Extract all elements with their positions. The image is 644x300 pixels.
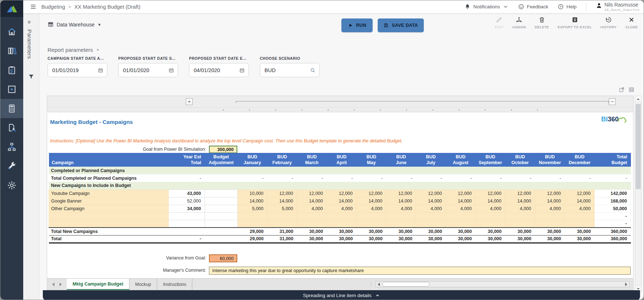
sidebar-item-budgeting[interactable] [0,99,23,118]
cell[interactable]: 12,000 [446,189,476,197]
cell[interactable]: 14,000 [505,197,535,205]
sidebar-item-process-flow[interactable] [0,137,23,157]
cell[interactable] [505,212,535,220]
cell[interactable]: 14,000 [357,197,386,205]
cell[interactable]: 14,000 [535,197,565,205]
cell[interactable] [327,220,357,228]
cell[interactable]: 4,000 [565,205,595,212]
cell[interactable]: 14,000 [565,197,595,205]
param-field-input[interactable]: 01/01/2019 [48,63,107,77]
cell[interactable] [267,212,297,220]
cell[interactable] [205,212,238,220]
cell[interactable]: 4,000 [357,205,386,212]
open-in-window-icon[interactable] [619,87,625,93]
cell[interactable]: 4,000 [327,205,357,212]
cell[interactable]: 4,000 [535,205,565,212]
cell[interactable]: 52,000 [169,197,205,205]
cell[interactable]: 14,000 [267,197,297,205]
cell[interactable] [238,212,267,220]
tab-prev-icon[interactable] [52,283,54,286]
cell[interactable] [565,212,595,220]
cell[interactable]: 12,000 [416,189,446,197]
cell[interactable] [357,212,386,220]
cell[interactable]: 12,000 [297,189,327,197]
parameters-panel-title[interactable]: Parameters [26,29,33,59]
cell[interactable] [357,220,386,228]
close-button[interactable]: CLOSE [621,16,642,29]
horizontal-scroll-thumb[interactable] [382,282,430,287]
spreading-details-bar[interactable]: Spreading and Line item details [43,290,640,300]
data-source-selector[interactable]: Data Warehouse ▼ [48,21,101,28]
cell[interactable] [297,212,327,220]
cell[interactable]: 14,000 [446,197,476,205]
sidebar-item-library[interactable] [0,41,23,61]
cell[interactable]: 34,000 [169,205,205,212]
cell[interactable] [169,220,205,228]
cell[interactable] [446,212,476,220]
cell[interactable]: 12,000 [357,189,386,197]
cell[interactable]: 10,000 [238,189,267,197]
app-logo[interactable] [0,0,23,17]
cell[interactable] [386,212,416,220]
delete-button[interactable]: DELETE [530,16,553,29]
user-menu[interactable]: Nils Rasmusse 19_Sales_Analytics [596,2,643,12]
cell[interactable] [267,220,297,228]
history-button[interactable]: HISTORY [596,16,621,29]
sidebar-item-report-player[interactable] [0,80,23,99]
cell[interactable]: 12,000 [476,189,505,197]
cell[interactable] [327,212,357,220]
help-button[interactable]: ? Help [558,4,577,10]
cell[interactable]: 4,000 [386,205,416,212]
tab-next-icon[interactable] [60,283,62,286]
horizontal-scrollbar[interactable] [376,281,629,287]
sidebar-item-assignments[interactable] [0,118,23,137]
vertical-scrollbar[interactable] [635,96,641,292]
run-button[interactable]: RUN [341,18,373,32]
sidebar-item-home[interactable] [0,22,23,41]
cell[interactable]: 14,000 [416,197,446,205]
sidebar-item-admin-tools[interactable] [0,157,23,176]
report-parameters-toggle[interactable]: Report parameters [48,47,100,53]
cell[interactable] [535,212,565,220]
cell[interactable] [238,220,267,228]
cell[interactable] [205,220,238,228]
scroll-right-icon[interactable] [623,282,629,287]
cell[interactable] [205,189,238,197]
cell[interactable] [386,220,416,228]
scroll-left-icon[interactable] [376,282,382,287]
outline-collapse-button[interactable]: − [609,98,616,105]
breadcrumb-module[interactable]: Budgeting [41,4,65,10]
cell[interactable] [205,205,238,212]
cell[interactable]: 14,000 [238,197,267,205]
cell[interactable] [416,212,446,220]
cell[interactable]: 12,000 [535,189,565,197]
outline-expand-button[interactable]: + [186,98,193,105]
cell[interactable]: 12,000 [505,189,535,197]
scroll-splitter-handle[interactable]: ⋮ [367,279,376,290]
save-data-button[interactable]: SAVE DATA [378,18,424,32]
assign-button[interactable]: ASSIGN [508,16,530,29]
cell[interactable] [446,220,476,228]
cell[interactable] [476,220,505,228]
filter-icon[interactable] [28,74,34,80]
cell[interactable]: 4,000 [476,205,505,212]
cell[interactable]: 4,000 [297,205,327,212]
cell[interactable] [535,220,565,228]
cell[interactable]: 12,000 [327,189,357,197]
cell[interactable]: 5,000 [238,205,267,212]
cell[interactable]: 4,000 [446,205,476,212]
cell[interactable] [169,212,205,220]
cell[interactable]: 14,000 [297,197,327,205]
cell[interactable] [416,220,446,228]
vertical-scroll-thumb[interactable] [636,104,641,189]
cell[interactable] [476,212,505,220]
comment-input-cell[interactable]: Intense marketing this year due to great… [209,267,631,275]
menu-icon[interactable] [29,3,37,11]
cell[interactable]: 5,000 [267,205,297,212]
cell[interactable]: 14,000 [386,197,416,205]
param-field-input[interactable]: 01/01/2020 [118,63,178,77]
sidebar-item-tasks[interactable] [0,61,23,80]
cell[interactable]: 12,000 [565,189,595,197]
cell[interactable]: 12,000 [386,189,416,197]
cell[interactable]: 12,000 [267,189,297,197]
